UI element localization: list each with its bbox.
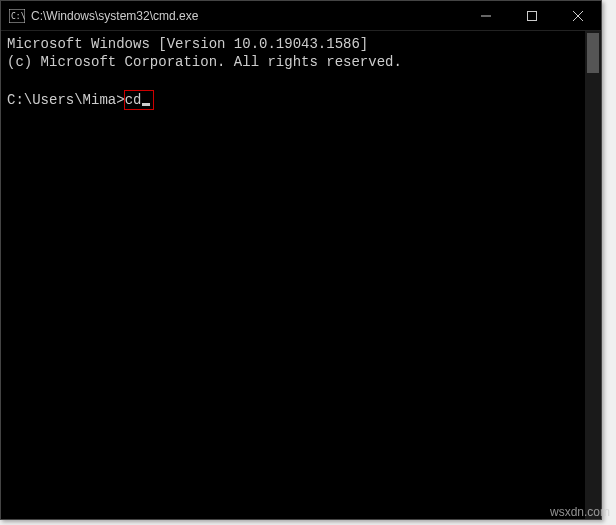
window-controls [463, 1, 601, 30]
prompt-text: C:\Users\Mima> [7, 91, 125, 109]
cmd-icon: C:\ [9, 9, 25, 23]
scrollbar-thumb[interactable] [587, 33, 599, 73]
prompt-line: C:\Users\Mima>cd [7, 90, 595, 110]
close-button[interactable] [555, 1, 601, 30]
blank-line [7, 71, 595, 89]
maximize-button[interactable] [509, 1, 555, 30]
terminal-body[interactable]: Microsoft Windows [Version 10.0.19043.15… [1, 31, 601, 519]
watermark: wsxdn.com [550, 505, 610, 519]
cmd-window: C:\ C:\Windows\system32\cmd.exe [0, 0, 602, 520]
command-highlight: cd [124, 90, 155, 110]
output-line: Microsoft Windows [Version 10.0.19043.15… [7, 35, 595, 53]
titlebar-left: C:\ C:\Windows\system32\cmd.exe [1, 9, 198, 23]
minimize-button[interactable] [463, 1, 509, 30]
svg-text:C:\: C:\ [11, 12, 25, 21]
svg-rect-3 [528, 11, 537, 20]
output-line: (c) Microsoft Corporation. All rights re… [7, 53, 595, 71]
scrollbar[interactable] [585, 31, 601, 519]
typed-command: cd [125, 91, 142, 109]
titlebar: C:\ C:\Windows\system32\cmd.exe [1, 1, 601, 31]
cursor-icon [142, 103, 150, 106]
window-title: C:\Windows\system32\cmd.exe [31, 9, 198, 23]
